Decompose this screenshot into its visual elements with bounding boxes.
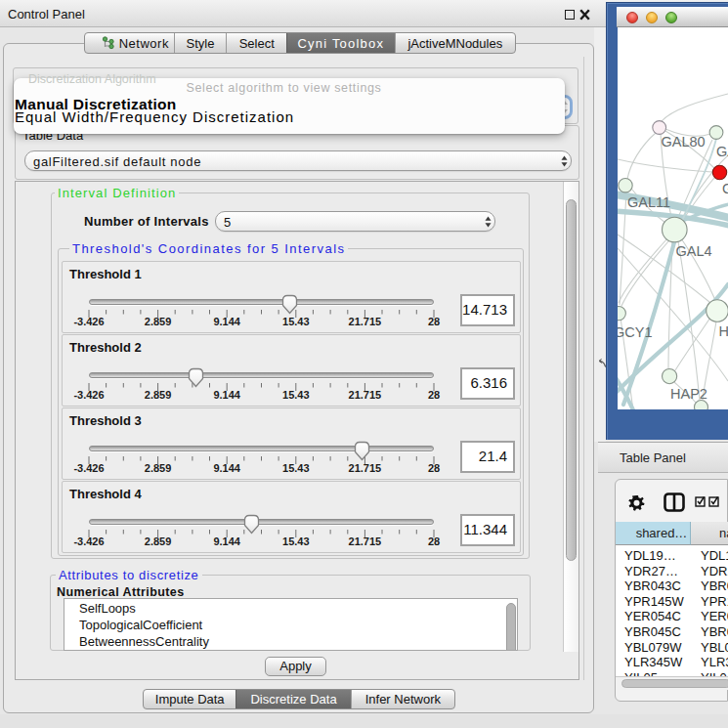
svg-text:GAL80: GAL80 — [662, 134, 706, 150]
svg-text:GCY1: GCY1 — [618, 324, 653, 340]
svg-text:GAL11: GAL11 — [627, 194, 670, 210]
svg-text:GAL4: GAL4 — [676, 243, 712, 259]
svg-text:H: H — [719, 323, 728, 339]
svg-text:GA: GA — [716, 144, 728, 159]
svg-text:HAP2: HAP2 — [670, 386, 707, 402]
svg-text:G: G — [722, 181, 728, 196]
